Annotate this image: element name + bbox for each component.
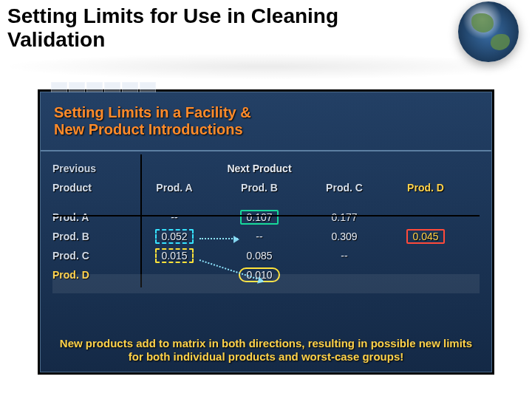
prev-label-l2: Product — [52, 182, 134, 194]
highlight-cyan-dashed: 0.052 — [155, 229, 193, 244]
table-row: Prod. A -- 0.107 0.177 — [52, 208, 480, 227]
header-row-next: Previous Next Product — [52, 159, 480, 178]
col-a: Prod. A — [134, 182, 215, 194]
header-row-cols: Product Prod. A Prod. B Prod. C Prod. D — [52, 178, 480, 197]
panel-footnote: New products add to matrix in both direc… — [41, 337, 491, 365]
slide-header: Setting Limits for Use in Cleaning Valid… — [0, 0, 532, 66]
row-label: Prod. A — [52, 211, 134, 223]
cell: -- — [304, 250, 385, 262]
panel-title-line2: New Product Introductions — [54, 121, 478, 138]
table-row: Prod. B 0.052 -- 0.309 0.045 — [52, 227, 480, 246]
cell: 0.309 — [304, 231, 385, 242]
inner-panel: Setting Limits in a Facility & New Produ… — [40, 92, 492, 372]
panel-title: Setting Limits in a Facility & New Produ… — [41, 92, 491, 146]
cell: -- — [134, 211, 215, 223]
row-label: Prod. C — [52, 250, 134, 262]
next-product-label: Next Product — [215, 163, 304, 174]
vertical-divider — [140, 154, 142, 287]
matrix-table: Previous Next Product Product Prod. A Pr… — [41, 151, 491, 284]
cell: 0.107 — [215, 210, 304, 225]
highlight-yellow-dashed: 0.015 — [155, 248, 193, 263]
row-shade-d — [52, 274, 480, 293]
cell: 0.052 — [134, 229, 215, 244]
cell: 0.177 — [304, 211, 385, 223]
col-b: Prod. B — [215, 182, 304, 194]
arrow-icon — [200, 238, 238, 239]
cell: -- — [215, 231, 304, 242]
col-c: Prod. C — [304, 182, 385, 194]
highlight-red: 0.045 — [406, 229, 444, 244]
prev-label-l1: Previous — [52, 163, 134, 174]
col-d: Prod. D — [385, 182, 466, 194]
panel-title-line1: Setting Limits in a Facility & — [54, 104, 478, 121]
cell: 0.085 — [215, 250, 304, 262]
slide-title: Setting Limits for Use in Cleaning Valid… — [7, 4, 421, 52]
footnote-text: New products add to matrix in both direc… — [54, 337, 478, 365]
horizontal-divider — [52, 215, 480, 216]
table-row: Prod. C 0.015 0.085 -- — [52, 246, 480, 265]
highlight-green: 0.107 — [240, 210, 278, 225]
tab-strip — [51, 82, 156, 92]
header-shadow — [0, 53, 532, 80]
cell: 0.045 — [385, 229, 466, 244]
row-label: Prod. B — [52, 231, 134, 242]
